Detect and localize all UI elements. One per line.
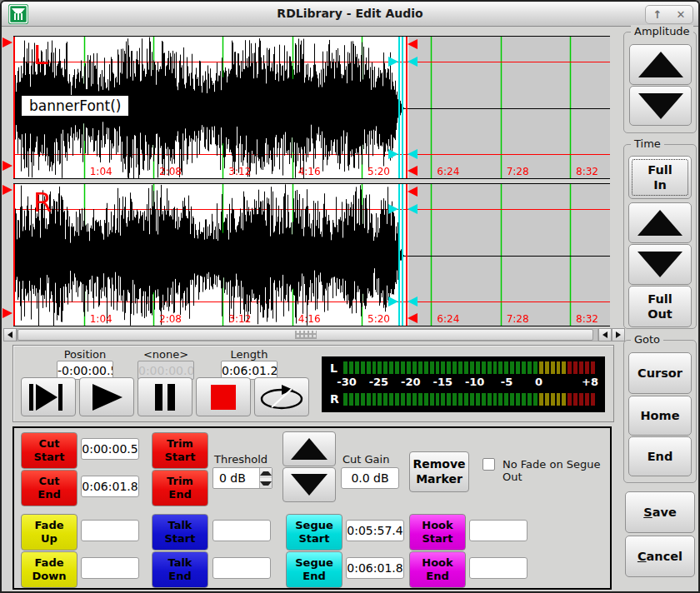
cut-start-marker-icon[interactable] — [2, 37, 12, 47]
fade-up-field[interactable] — [81, 520, 139, 541]
hook-start-button[interactable]: HookStart — [409, 514, 466, 551]
talk-end-field[interactable] — [212, 557, 271, 579]
scrollbar-thumb[interactable] — [18, 329, 593, 341]
spin-up-button[interactable] — [260, 468, 272, 478]
marker-edit-panel: CutStart CutEnd TrimStart TrimEnd Thresh… — [12, 426, 612, 590]
play-button[interactable] — [79, 377, 134, 416]
scroll-left-button-2[interactable] — [598, 328, 612, 341]
save-button[interactable]: Save — [625, 491, 695, 533]
meter-right-segments — [343, 393, 595, 406]
gain-up-button[interactable] — [282, 431, 336, 466]
cut-end-marker-icon[interactable] — [408, 313, 418, 323]
remove-marker-button[interactable]: RemoveMarker — [409, 451, 469, 492]
talk-start-button[interactable]: TalkStart — [152, 514, 208, 551]
cut-start-marker-icon[interactable] — [2, 185, 12, 195]
arrow-down-icon — [291, 474, 328, 496]
segue-start-marker-icon[interactable] — [388, 204, 398, 214]
window-title: RDLibrary - Edit Audio — [2, 7, 698, 20]
loop-icon — [258, 381, 305, 414]
time-zoom-in-button[interactable] — [628, 202, 692, 243]
goto-home-button[interactable]: Home — [628, 396, 692, 436]
no-fade-checkbox[interactable] — [482, 458, 495, 471]
arrow-up-icon — [638, 210, 682, 236]
shade-window-icon[interactable]: ↑ — [653, 9, 662, 20]
segue-end-marker-icon[interactable] — [408, 204, 418, 214]
pause-icon — [144, 382, 186, 412]
amplitude-up-button[interactable] — [629, 44, 692, 85]
titlebar[interactable]: RDLibrary - Edit Audio ↑ ✕ — [2, 2, 698, 27]
length-label: Length — [212, 348, 287, 361]
cut-end-marker-icon[interactable] — [408, 166, 418, 176]
segue-start-marker-icon[interactable] — [388, 57, 398, 67]
cut-start-button[interactable]: CutStart — [21, 432, 78, 469]
segue-start-field[interactable] — [346, 520, 404, 541]
hook-end-button[interactable]: HookEnd — [409, 551, 466, 588]
segue-start-button[interactable]: SegueStart — [286, 514, 342, 551]
goto-end-button[interactable]: End — [628, 436, 692, 476]
time-full-out-button[interactable]: FullOut — [628, 286, 692, 327]
meter-scale-tick: -20 — [401, 376, 421, 388]
meter-right-label: R — [330, 392, 339, 406]
fade-up-button[interactable]: FadeUp — [21, 514, 78, 551]
segue-end-field[interactable] — [346, 557, 404, 579]
cut-gain-label: Cut Gain — [342, 453, 389, 466]
stop-button[interactable] — [196, 377, 251, 416]
segue-end-button[interactable]: SegueEnd — [286, 551, 342, 588]
trim-end-button[interactable]: TrimEnd — [152, 470, 208, 506]
segue-start-marker-icon[interactable] — [388, 296, 398, 306]
cut-gain-field[interactable] — [341, 467, 399, 489]
loop-button[interactable] — [254, 377, 309, 416]
segue-start-marker-icon[interactable] — [388, 149, 398, 159]
cut-end-marker-icon[interactable] — [408, 39, 418, 49]
gain-down-button[interactable] — [282, 467, 336, 502]
segue-end-marker-icon[interactable] — [408, 296, 418, 306]
cut-end-marker-icon[interactable] — [408, 187, 418, 197]
cut-start-marker-icon[interactable] — [2, 161, 12, 171]
arrow-down-icon — [638, 252, 682, 277]
cut-end-field[interactable] — [81, 476, 139, 497]
cue-to-start-button[interactable] — [21, 377, 76, 416]
window-controls: ↑ ✕ — [645, 5, 693, 24]
banner-font-label: bannerFont() — [22, 96, 128, 116]
time-full-in-button[interactable]: FullIn — [628, 156, 692, 199]
scroll-left-button[interactable] — [3, 328, 17, 341]
amplitude-down-button[interactable] — [629, 86, 692, 126]
waveform-right-canvas[interactable] — [13, 183, 610, 326]
talk-start-field[interactable] — [212, 520, 271, 541]
channel-right-label: R — [33, 187, 52, 218]
meter-scale-tick: -15 — [433, 376, 453, 388]
arrow-right-icon — [616, 331, 621, 338]
waveform-scrollbar[interactable] — [3, 328, 625, 341]
scrollbar-track[interactable] — [17, 328, 598, 341]
spin-down-button[interactable] — [260, 478, 272, 488]
arrow-left-icon — [8, 331, 12, 338]
threshold-spinbox[interactable]: 0 dB — [212, 467, 272, 489]
trim-start-button[interactable]: TrimStart — [152, 432, 208, 469]
scroll-right-button[interactable] — [612, 328, 625, 341]
waveform-left-channel: L bannerFont() — [2, 36, 618, 179]
meter-scale-tick: -10 — [465, 376, 485, 388]
cut-start-marker-icon[interactable] — [2, 308, 12, 318]
hook-end-field[interactable] — [469, 557, 528, 579]
segue-end-marker-icon[interactable] — [408, 57, 418, 67]
cut-start-field[interactable] — [81, 438, 139, 460]
cue-icon — [28, 382, 69, 412]
goto-cursor-button[interactable]: Cursor — [628, 352, 692, 394]
talk-end-button[interactable]: TalkEnd — [152, 551, 208, 588]
cancel-button[interactable]: Cancel — [625, 536, 695, 577]
pause-button[interactable] — [138, 377, 192, 416]
close-window-icon[interactable]: ✕ — [677, 9, 686, 20]
goto-group-label: Goto — [631, 333, 663, 346]
meter-scale-tick: -25 — [369, 376, 389, 388]
time-zoom-out-button[interactable] — [628, 244, 692, 285]
meter-scale-tick: +8 — [582, 376, 598, 388]
arrow-up-icon — [291, 438, 328, 460]
hook-start-field[interactable] — [469, 520, 528, 541]
fade-down-field[interactable] — [81, 557, 139, 579]
fade-down-button[interactable]: FadeDown — [21, 551, 78, 588]
marker-readout-label: <none> — [128, 348, 203, 361]
cut-end-button[interactable]: CutEnd — [21, 470, 78, 506]
meter-scale-tick: -5 — [501, 376, 512, 388]
time-group-label: Time — [631, 137, 664, 150]
segue-end-marker-icon[interactable] — [408, 149, 418, 159]
